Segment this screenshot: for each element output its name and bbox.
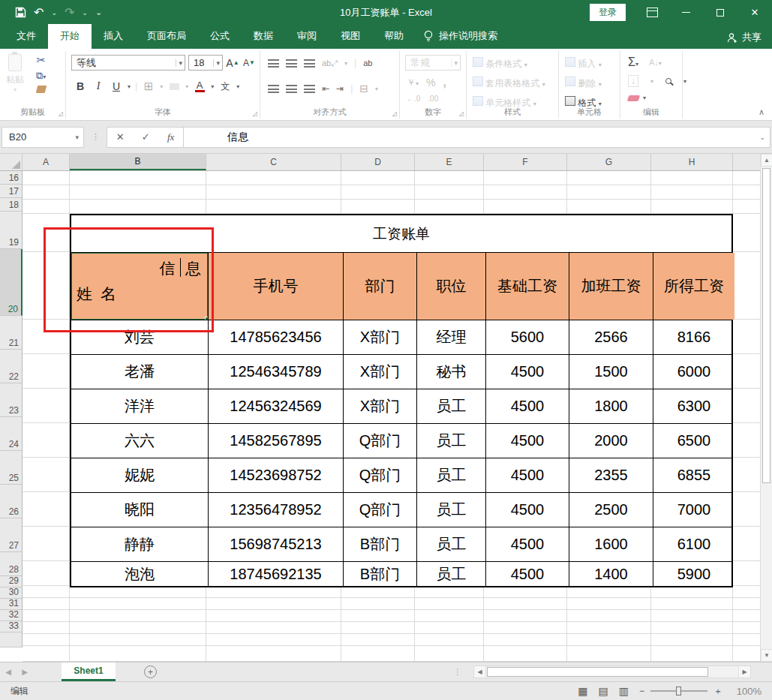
clear-icon[interactable] xyxy=(627,95,641,101)
table-cell[interactable]: 6855 xyxy=(653,458,734,492)
row-header-27[interactable]: 27 xyxy=(0,518,22,552)
align-top-icon[interactable] xyxy=(268,59,279,68)
table-cell[interactable]: 14523698752 xyxy=(208,458,343,492)
underline-button[interactable]: U xyxy=(110,79,123,94)
table-cell[interactable]: 2566 xyxy=(569,320,653,354)
font-color-icon[interactable]: A xyxy=(193,79,206,94)
fill-handle[interactable] xyxy=(205,317,208,320)
header-cell-加班工资[interactable]: 加班工资 xyxy=(569,253,653,320)
decrease-indent-icon[interactable]: ⇤ xyxy=(322,83,329,94)
header-cell-所得工资[interactable]: 所得工资 xyxy=(653,253,734,320)
row-header-31[interactable]: 31 xyxy=(0,599,22,610)
row-header-33[interactable]: 33 xyxy=(0,621,22,632)
wrap-text-icon[interactable]: ab xyxy=(363,59,372,68)
header-cell-职位[interactable]: 职位 xyxy=(416,253,485,320)
clipboard-dialog-launcher-icon[interactable]: ◿ xyxy=(59,110,63,117)
copy-icon[interactable]: ⧉▾ xyxy=(36,70,46,82)
table-cell[interactable]: B部门 xyxy=(343,562,416,586)
sheet-tab-sheet1[interactable]: Sheet1 xyxy=(62,662,116,681)
font-dialog-launcher-icon[interactable]: ◿ xyxy=(253,110,257,117)
row-header-18[interactable]: 18 xyxy=(0,198,22,212)
tab-页面布局[interactable]: 页面布局 xyxy=(135,24,198,49)
sheet-nav-right-icon[interactable]: ▶ xyxy=(17,662,33,681)
table-cell[interactable]: 14785623456 xyxy=(208,320,343,354)
align-bottom-icon[interactable] xyxy=(304,59,315,68)
table-cell[interactable]: 经理 xyxy=(416,320,485,354)
minimize-button[interactable] xyxy=(668,0,703,25)
tab-数据[interactable]: 数据 xyxy=(242,24,285,49)
column-header-E[interactable]: E xyxy=(415,154,484,170)
font-size-combo[interactable]: 18▾ xyxy=(188,55,223,71)
select-all-corner[interactable] xyxy=(0,154,23,170)
table-cell[interactable]: 2000 xyxy=(569,424,653,458)
italic-button[interactable]: I xyxy=(92,79,105,94)
header-cell-手机号[interactable]: 手机号 xyxy=(208,253,343,320)
tab-帮助[interactable]: 帮助 xyxy=(372,24,416,49)
vertical-scrollbar[interactable]: ▲ ▼ xyxy=(760,154,772,662)
table-cell[interactable]: 18745692135 xyxy=(208,562,343,586)
table-cell[interactable]: 洋洋 xyxy=(71,389,208,423)
align-left-icon[interactable] xyxy=(268,85,279,93)
table-cell[interactable]: 6000 xyxy=(653,355,734,389)
zoom-slider-thumb[interactable] xyxy=(676,686,681,695)
maximize-button[interactable] xyxy=(703,0,737,25)
table-cell[interactable]: 员工 xyxy=(416,562,485,586)
expand-formula-bar-icon[interactable]: ⌄ xyxy=(759,134,765,141)
worksheet-cells[interactable]: 工资账单信息姓名手机号部门职位基础工资加班工资所得工资刘芸14785623456… xyxy=(23,171,760,662)
column-header-B[interactable]: B xyxy=(70,154,206,170)
cell-B20-edit[interactable]: 信息姓名 xyxy=(71,253,208,320)
table-cell[interactable]: 员工 xyxy=(416,424,485,458)
increase-font-icon[interactable]: A▲ xyxy=(226,56,239,71)
table-cell[interactable]: 员工 xyxy=(416,527,485,561)
row-header-23[interactable]: 23 xyxy=(0,383,22,417)
horizontal-scrollbar[interactable]: ◀ ▶ xyxy=(473,665,751,678)
table-cell[interactable]: 4500 xyxy=(485,424,569,458)
table-cell[interactable]: 1500 xyxy=(569,355,653,389)
signin-button[interactable]: 登录 xyxy=(590,4,626,21)
customize-qat-icon[interactable]: ⌄ xyxy=(95,8,102,17)
cancel-entry-button[interactable]: ✕ xyxy=(116,131,125,143)
collapse-ribbon-icon[interactable]: ∧ xyxy=(758,107,764,117)
bold-button[interactable]: B xyxy=(74,79,87,94)
table-cell[interactable]: 老潘 xyxy=(71,355,208,389)
add-sheet-icon[interactable]: + xyxy=(144,665,157,678)
page-layout-view-icon[interactable]: ▤ xyxy=(599,685,608,697)
table-cell[interactable]: Q部门 xyxy=(343,493,416,527)
row-header-16[interactable]: 16 xyxy=(0,171,22,185)
row-header-32[interactable]: 32 xyxy=(0,610,22,621)
page-break-view-icon[interactable]: ▥ xyxy=(619,685,629,697)
header-cell-基础工资[interactable]: 基础工资 xyxy=(485,253,569,320)
number-dialog-launcher-icon[interactable]: ◿ xyxy=(459,110,464,117)
row-header-24[interactable]: 24 xyxy=(0,417,22,451)
table-cell[interactable]: 1800 xyxy=(569,389,653,423)
table-cell[interactable]: 12546345789 xyxy=(208,355,343,389)
underline-dropdown-icon[interactable]: ▾ xyxy=(128,83,131,90)
table-cell[interactable]: 4500 xyxy=(485,355,569,389)
table-cell[interactable]: 员工 xyxy=(416,389,485,423)
table-cell[interactable]: 14582567895 xyxy=(208,424,343,458)
table-cell[interactable]: 1400 xyxy=(569,562,653,586)
table-cell[interactable]: 5900 xyxy=(653,562,734,586)
close-button[interactable]: ✕ xyxy=(737,0,772,25)
cut-icon[interactable]: ✂ xyxy=(37,54,46,66)
find-select-icon[interactable] xyxy=(665,78,671,84)
table-cell[interactable]: 6300 xyxy=(653,389,734,423)
zoom-level[interactable]: 100% xyxy=(733,686,761,697)
font-name-combo[interactable]: 等线▾ xyxy=(71,55,185,71)
row-header-21[interactable]: 21 xyxy=(0,316,22,350)
table-cell[interactable]: 妮妮 xyxy=(71,458,208,492)
align-center-icon[interactable] xyxy=(286,85,297,93)
formula-bar-splitter[interactable]: ⋮ xyxy=(92,132,101,142)
table-cell[interactable]: 6100 xyxy=(653,527,734,561)
row-header-30[interactable]: 30 xyxy=(0,587,22,599)
table-cell[interactable]: 1600 xyxy=(569,527,653,561)
align-right-icon[interactable] xyxy=(304,85,315,93)
format-painter-icon[interactable] xyxy=(35,86,46,93)
table-cell[interactable]: 7000 xyxy=(653,493,734,527)
zoom-slider[interactable] xyxy=(650,690,707,692)
table-cell[interactable]: 刘芸 xyxy=(71,320,208,354)
scroll-down-icon[interactable]: ▼ xyxy=(761,649,772,662)
scroll-left-icon[interactable]: ◀ xyxy=(474,666,486,677)
row-header-25[interactable]: 25 xyxy=(0,451,22,485)
share-button[interactable]: 共享 xyxy=(726,31,761,44)
